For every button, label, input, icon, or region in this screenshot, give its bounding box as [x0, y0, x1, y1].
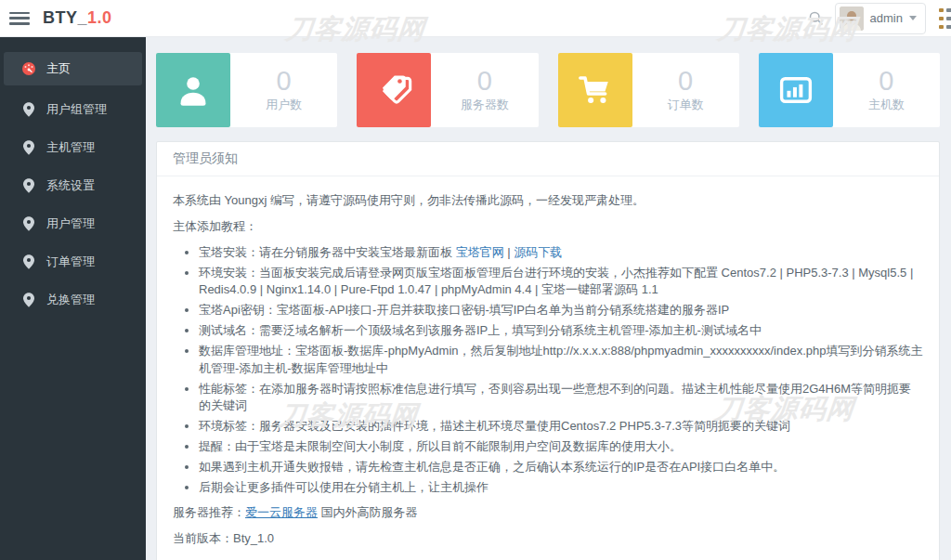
stat-label: 主机数	[868, 97, 905, 113]
version-value: Bty_1.0	[233, 531, 274, 545]
stat-value: 0	[477, 68, 492, 95]
sidebar-item-label: 兑换管理	[46, 292, 95, 308]
chevron-down-icon	[909, 16, 917, 20]
list-item: 后期会让更多插件可以使用在分销主机上，让主机操作	[199, 479, 923, 497]
sidebar-item-label: 主机管理	[46, 139, 95, 156]
app-logo[interactable]: BTY_1.0	[43, 8, 112, 28]
stat-value: 0	[879, 68, 893, 95]
stat-cards-row: 0 用户数 0 服务器数	[156, 53, 940, 127]
bar-chart-icon	[759, 53, 833, 127]
stat-card-users: 0 用户数	[156, 53, 337, 127]
tutorial-heading: 主体添加教程：	[173, 218, 923, 236]
admin-notice-panel: 管理员须知 本系统由 Youngxj 编写，请遵守源码使用守则，勿非法传播此源码…	[156, 141, 940, 560]
sidebar-item-order-mgmt[interactable]: 订单管理	[4, 242, 142, 280]
search-icon[interactable]	[803, 6, 829, 32]
sidebar-item-user-groups[interactable]: 用户组管理	[4, 90, 142, 128]
bullet-text: 宝塔安装：请在分销服务器中安装宝塔最新面板	[199, 245, 456, 259]
list-item: 宝塔Api密钥：宝塔面板-API接口-开启并获取接口密钥-填写IP白名单为当前分…	[199, 302, 923, 319]
list-item: 环境标签：服务器安装及已安装的插件环境，描述主机环境尽量使用Centos7.2 …	[199, 418, 923, 436]
sidebar-item-system-settings[interactable]: 系统设置	[4, 166, 142, 204]
list-item: 环境安装：当面板安装完成后请登录网页版宝塔面板管理后台进行环境的安装，小杰推荐如…	[199, 265, 923, 300]
map-pin-icon	[21, 292, 36, 308]
version-line: 当前版本：Bty_1.0	[173, 530, 923, 548]
link-divider: |	[504, 245, 515, 259]
list-item: 数据库管理地址：宝塔面板-数据库-phpMyAdmin，然后复制地址http:/…	[199, 343, 923, 378]
list-item: 性能标签：在添加服务器时请按照标准信息进行填写，否则容易出现一些意想不到的问题。…	[199, 381, 923, 416]
stat-card-servers: 0 服务器数	[357, 53, 538, 127]
list-item: 测试域名：需要泛域名解析一个顶级域名到该服务器IP上，填写到分销系统主机管理-添…	[199, 322, 923, 340]
server-recommend-line: 服务器推荐：爱一云服务器 国内外高防服务器	[173, 504, 923, 522]
map-pin-icon	[21, 101, 36, 118]
list-item: 宝塔安装：请在分销服务器中安装宝塔最新面板 宝塔官网 | 源码下载	[199, 244, 923, 262]
list-item: 如果遇到主机开通失败报错，请先检查主机信息是否正确，之后确认本系统运行的IP是否…	[199, 459, 923, 476]
logo-prefix: BTY_	[43, 8, 87, 27]
baota-official-link[interactable]: 宝塔官网	[456, 245, 504, 259]
user-menu-button[interactable]: admin	[835, 3, 926, 34]
top-header: BTY_1.0 admin	[0, 0, 951, 37]
sidebar-item-user-mgmt[interactable]: 用户管理	[4, 204, 142, 242]
stat-label: 订单数	[668, 97, 704, 113]
stat-card-orders: 0 订单数	[558, 53, 739, 127]
user-icon	[156, 53, 230, 127]
logo-version: 1.0	[87, 8, 112, 27]
map-pin-icon	[21, 177, 36, 194]
map-pin-icon	[21, 254, 36, 270]
main-content: 0 用户数 0 服务器数	[146, 37, 951, 560]
sidebar-item-label: 订单管理	[46, 254, 95, 270]
map-pin-icon	[21, 215, 36, 232]
notice-bullet-list: 宝塔安装：请在分销服务器中安装宝塔最新面板 宝塔官网 | 源码下载 环境安装：当…	[173, 244, 923, 497]
stat-card-hosts: 0 主机数	[759, 53, 940, 127]
sidebar-item-home[interactable]: 主页	[4, 52, 142, 85]
stat-value: 0	[277, 68, 292, 95]
cloud-server-link[interactable]: 爱一云服务器	[245, 505, 318, 519]
cart-icon	[558, 53, 632, 127]
source-download-link[interactable]: 源码下载	[514, 245, 562, 259]
recommend-suffix: 国内外高防服务器	[318, 505, 418, 519]
dashboard-icon	[21, 60, 36, 77]
avatar	[840, 7, 864, 31]
sidebar-nav: 主页 用户组管理 主机管理 系统设置 用户管理 订单管理 兑换管理	[0, 37, 146, 560]
task-list-icon[interactable]	[939, 8, 951, 29]
recommend-label: 服务器推荐：	[173, 505, 245, 519]
sidebar-item-label: 用户管理	[46, 215, 95, 232]
tags-icon	[357, 53, 431, 127]
notice-intro: 本系统由 Youngxj 编写，请遵守源码使用守则，勿非法传播此源码，一经发现严…	[173, 192, 923, 210]
sidebar-item-exchange-mgmt[interactable]: 兑换管理	[4, 280, 142, 319]
stat-label: 服务器数	[461, 97, 509, 113]
sidebar-item-host-mgmt[interactable]: 主机管理	[4, 128, 142, 166]
stat-label: 用户数	[266, 97, 302, 113]
sidebar-toggle-icon[interactable]	[9, 12, 30, 25]
version-label: 当前版本：	[173, 531, 233, 545]
stat-value: 0	[678, 68, 693, 95]
user-name-label: admin	[870, 11, 903, 25]
map-pin-icon	[21, 139, 36, 156]
list-item: 提醒：由于宝塔是未限制空间大小制度，所以目前不能限制用户空间及数据库的使用大小。	[199, 438, 923, 456]
sidebar-item-label: 主页	[46, 60, 71, 77]
sidebar-item-label: 系统设置	[46, 177, 95, 194]
panel-title: 管理员须知	[157, 142, 939, 176]
sidebar-item-label: 用户组管理	[46, 101, 107, 118]
